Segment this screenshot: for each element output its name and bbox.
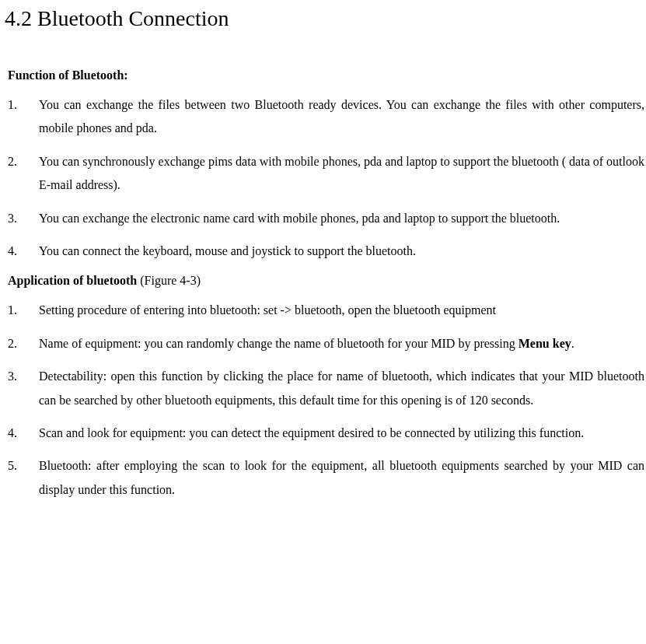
- application-subheading-bold: Application of bluetooth: [8, 274, 137, 287]
- list-item: 1. You can exchange the files between tw…: [8, 93, 646, 141]
- item-content: You can exchange the files between two B…: [39, 93, 646, 141]
- item-number: 2.: [8, 332, 39, 355]
- list-item: 2. You can synchronously exchange pims d…: [8, 150, 646, 198]
- item-number: 1.: [8, 93, 39, 141]
- item-number: 3.: [8, 207, 39, 230]
- list-item: 4. You can connect the keyboard, mouse a…: [8, 240, 646, 263]
- item-content: You can synchronously exchange pims data…: [39, 150, 646, 198]
- application-list: 1. Setting procedure of entering into bl…: [8, 299, 646, 502]
- menu-key-bold: Menu key: [519, 337, 571, 350]
- list-item: 4. Scan and look for equipment: you can …: [8, 422, 646, 445]
- item-content: Scan and look for equipment: you can det…: [39, 422, 646, 445]
- item-text-after: .: [571, 337, 574, 350]
- item-text-before: Name of equipment: you can randomly chan…: [39, 337, 519, 350]
- item-content: Name of equipment: you can randomly chan…: [39, 332, 646, 355]
- function-list: 1. You can exchange the files between tw…: [8, 93, 646, 263]
- item-number: 4.: [8, 422, 39, 445]
- item-number: 4.: [8, 240, 39, 263]
- item-content: Setting procedure of entering into bluet…: [39, 299, 646, 322]
- section-title: 4.2 Bluetooth Connection: [5, 6, 646, 31]
- function-subheading: Function of Bluetooth:: [8, 68, 646, 82]
- item-number: 5.: [8, 454, 39, 502]
- item-content: Detectability: open this function by cli…: [39, 365, 646, 412]
- list-item: 3. Detectability: open this function by …: [8, 365, 646, 412]
- list-item: 2. Name of equipment: you can randomly c…: [8, 332, 646, 355]
- list-item: 3. You can exchange the electronic name …: [8, 207, 646, 230]
- application-subheading: Application of bluetooth (Figure 4-3): [8, 274, 646, 288]
- item-content: You can exchange the electronic name car…: [39, 207, 646, 230]
- item-content: You can connect the keyboard, mouse and …: [39, 240, 646, 263]
- item-content: Bluetooth: after employing the scan to l…: [39, 454, 646, 502]
- list-item: 1. Setting procedure of entering into bl…: [8, 299, 646, 322]
- item-number: 2.: [8, 150, 39, 198]
- item-number: 1.: [8, 299, 39, 322]
- item-number: 3.: [8, 365, 39, 412]
- list-item: 5. Bluetooth: after employing the scan t…: [8, 454, 646, 502]
- application-subheading-rest: (Figure 4-3): [137, 274, 201, 287]
